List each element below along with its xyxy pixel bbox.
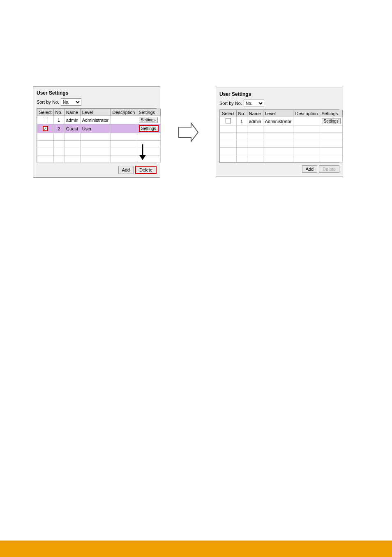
col-select-right: Select bbox=[220, 110, 237, 117]
col-no-left: No. bbox=[53, 109, 64, 116]
right-row1-name: admin bbox=[247, 117, 263, 125]
right-row1-no: 1 bbox=[236, 117, 247, 125]
right-sort-row: Sort by No. No. bbox=[219, 100, 339, 107]
col-select-left: Select bbox=[37, 109, 54, 116]
left-row1-checkbox[interactable] bbox=[43, 117, 48, 122]
right-table-row-1: 1 admin Administrator Settings bbox=[220, 117, 343, 125]
right-row1-level: Administrator bbox=[263, 117, 293, 125]
right-empty-row-1 bbox=[220, 125, 343, 133]
col-name-right: Name bbox=[247, 110, 263, 117]
left-row2-select-cell: ✓ bbox=[37, 124, 54, 133]
right-sort-select[interactable]: No. bbox=[244, 100, 264, 107]
left-row2-settings-cell: Settings bbox=[137, 124, 160, 133]
left-table-row-1: 1 admin Administrator Settings bbox=[37, 116, 161, 124]
col-no-right: No. bbox=[236, 110, 247, 117]
left-row1-name: admin bbox=[64, 116, 80, 124]
right-row1-desc bbox=[293, 117, 320, 125]
left-row2-desc bbox=[111, 124, 137, 133]
right-table-container: Select No. Name Level Description Settin… bbox=[219, 109, 339, 163]
right-row1-settings-button[interactable]: Settings bbox=[322, 118, 341, 124]
left-row1-settings-cell: Settings bbox=[137, 116, 160, 124]
right-panel-title: User Settings bbox=[219, 91, 339, 97]
right-row1-settings-cell: Settings bbox=[320, 117, 342, 125]
svg-marker-1 bbox=[139, 155, 146, 160]
right-row1-checkbox[interactable] bbox=[226, 118, 231, 123]
right-arrow-svg bbox=[177, 121, 199, 144]
col-desc-left: Description bbox=[111, 109, 137, 116]
right-empty-row-2 bbox=[220, 133, 343, 140]
left-sort-select[interactable]: No. bbox=[61, 98, 81, 106]
left-empty-row-1 bbox=[37, 133, 161, 141]
left-row2-no: 2 bbox=[53, 124, 64, 133]
svg-marker-2 bbox=[179, 123, 198, 142]
left-row1-no: 1 bbox=[53, 116, 64, 124]
left-row2-name: Guest bbox=[64, 124, 80, 133]
col-name-left: Name bbox=[64, 109, 80, 116]
col-level-right: Level bbox=[263, 110, 293, 117]
col-desc-right: Description bbox=[293, 110, 320, 117]
left-add-button[interactable]: Add bbox=[118, 166, 134, 174]
left-panel-title: User Settings bbox=[37, 90, 157, 96]
between-arrow-container bbox=[177, 121, 199, 144]
right-panel: User Settings Sort by No. No. Select No.… bbox=[216, 88, 343, 176]
left-panel: User Settings Sort by No. No. Select No.… bbox=[33, 86, 160, 178]
right-table: Select No. Name Level Description Settin… bbox=[220, 110, 343, 162]
down-arrow-indicator bbox=[138, 144, 147, 161]
right-delete-button: Delete bbox=[319, 165, 339, 173]
left-row1-level: Administrator bbox=[80, 116, 111, 124]
left-sort-row: Sort by No. No. bbox=[37, 98, 157, 106]
right-bottom-buttons: Add Delete bbox=[219, 165, 339, 173]
right-empty-row-5 bbox=[220, 155, 343, 162]
right-empty-row-4 bbox=[220, 148, 343, 155]
down-arrow-svg bbox=[138, 144, 147, 161]
right-table-header: Select No. Name Level Description Settin… bbox=[220, 110, 343, 117]
right-add-button[interactable]: Add bbox=[302, 165, 318, 173]
left-row1-desc bbox=[111, 116, 137, 124]
right-sort-label: Sort by No. bbox=[219, 101, 242, 106]
col-settings-left: Settings bbox=[137, 109, 160, 116]
left-sort-label: Sort by No. bbox=[37, 100, 59, 104]
right-empty-row-3 bbox=[220, 140, 343, 148]
right-row1-select-cell bbox=[220, 117, 237, 125]
left-delete-button[interactable]: Delete bbox=[135, 166, 157, 174]
left-row2-settings-button[interactable]: Settings bbox=[139, 125, 159, 132]
left-row2-level: User bbox=[80, 124, 111, 133]
left-row2-checkbox[interactable]: ✓ bbox=[43, 126, 48, 131]
left-bottom-buttons: Add Delete bbox=[37, 166, 157, 174]
left-table-row-2: ✓ 2 Guest User Settings bbox=[37, 124, 161, 133]
left-table-header: Select No. Name Level Description Settin… bbox=[37, 109, 161, 116]
left-row1-settings-button[interactable]: Settings bbox=[139, 117, 158, 123]
main-content: User Settings Sort by No. No. Select No.… bbox=[33, 86, 343, 178]
left-row1-select-cell bbox=[37, 116, 54, 124]
col-level-left: Level bbox=[80, 109, 111, 116]
col-settings-right: Settings bbox=[320, 110, 342, 117]
orange-bar bbox=[0, 541, 392, 557]
